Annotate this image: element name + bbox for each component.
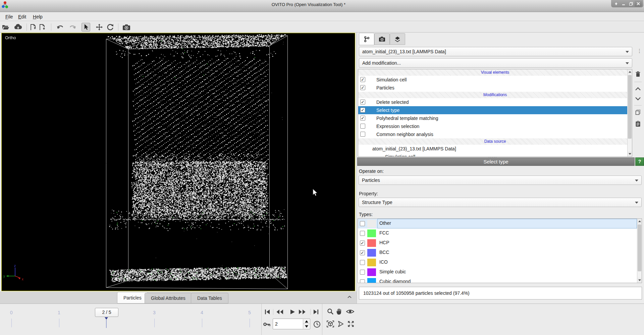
types-scrollbar[interactable] — [637, 219, 642, 283]
checkbox[interactable] — [360, 260, 365, 265]
type-row-simple-cubic[interactable]: Simple cubic — [358, 267, 642, 277]
checkbox[interactable]: ✓ — [360, 241, 365, 246]
scroll-up-icon[interactable] — [638, 220, 641, 222]
maximize-viewport-button[interactable] — [346, 320, 355, 328]
divider — [322, 304, 322, 335]
open-file-icon[interactable] — [1, 23, 10, 31]
tab-data-tables[interactable]: Data Tables — [191, 293, 228, 304]
pan-mode-button[interactable] — [335, 307, 343, 316]
scroll-down-icon[interactable] — [629, 153, 631, 155]
pipeline-item-particles[interactable]: ✓ Particles — [358, 84, 632, 92]
checkbox[interactable] — [360, 221, 365, 226]
checkbox[interactable]: ✓ — [360, 77, 365, 82]
type-row-fcc[interactable]: FCC — [358, 228, 642, 238]
close-button[interactable] — [635, 1, 642, 7]
redo-icon[interactable] — [68, 23, 77, 31]
color-swatch — [367, 220, 376, 227]
expand-inspector-icon[interactable] — [347, 295, 352, 298]
pipeline-item-data-file[interactable]: atom_initial_(23)_13.txt [LAMMPS Data] — [358, 145, 632, 153]
hand-icon — [336, 308, 342, 315]
tab-overlays[interactable] — [390, 33, 405, 45]
tab-particles[interactable]: Particles — [117, 292, 148, 304]
restore-button[interactable] — [627, 1, 635, 7]
type-row-ico[interactable]: ICO — [358, 258, 642, 267]
selection-mode-icon[interactable] — [82, 23, 90, 31]
help-button[interactable]: ? — [635, 157, 644, 166]
operate-on-select[interactable]: Particles — [359, 176, 642, 185]
scrollbar-thumb[interactable] — [638, 224, 641, 271]
checkbox[interactable]: ✓ — [360, 108, 365, 113]
tab-global-attributes[interactable]: Global Attributes — [145, 293, 192, 304]
checkbox[interactable]: ✓ — [360, 99, 365, 105]
spinbox-down-button[interactable] — [303, 324, 310, 329]
type-row-other[interactable]: Other — [358, 219, 642, 228]
type-row-hcp[interactable]: ✓ HCP — [358, 238, 642, 248]
property-select[interactable]: Structure Type — [359, 198, 642, 207]
orbit-look-button[interactable] — [346, 307, 355, 316]
jump-to-end-button[interactable] — [312, 308, 320, 316]
minimize-button[interactable] — [620, 1, 627, 7]
pipeline-item-select-type[interactable]: ✓ Select type — [358, 106, 632, 114]
axis-tripod: z y x — [3, 264, 26, 284]
previous-frame-button[interactable] — [275, 308, 284, 316]
checkbox[interactable] — [360, 231, 365, 236]
zoom-scene-extents-button[interactable] — [326, 320, 335, 328]
viewport-canvas[interactable] — [2, 33, 355, 291]
pipeline-item-common-neighbor-analysis[interactable]: Common neighbor analysis — [358, 130, 632, 138]
undo-icon[interactable] — [56, 23, 65, 31]
menu-edit[interactable]: Edit — [16, 13, 28, 20]
checkbox[interactable]: ✓ — [360, 250, 365, 255]
tab-rendering[interactable] — [374, 33, 390, 45]
checkbox[interactable] — [360, 124, 365, 129]
current-frame-indicator[interactable]: 2 / 5 — [95, 308, 118, 317]
tab-pipeline[interactable] — [359, 33, 374, 45]
checkbox[interactable]: ✓ — [360, 116, 365, 121]
add-modification-select[interactable]: Add modification... — [359, 58, 632, 68]
timeline-tick-label: 4 — [201, 310, 203, 315]
type-row-cubic-diamond[interactable]: Cubic diamond — [358, 277, 642, 283]
menu-help[interactable]: Help — [31, 13, 45, 20]
checkbox[interactable] — [360, 270, 365, 275]
scroll-down-icon[interactable] — [638, 279, 641, 281]
load-state-icon[interactable] — [38, 23, 47, 31]
checkbox[interactable] — [360, 279, 365, 283]
pipeline-menu-icon[interactable]: ⋮ — [637, 48, 642, 54]
copy-pipeline-button[interactable] — [634, 108, 642, 117]
menu-file[interactable]: File — [3, 13, 15, 20]
paste-pipeline-button[interactable] — [634, 119, 642, 128]
viewport-projection-label[interactable]: Ortho — [5, 35, 16, 40]
chevron-up-icon — [635, 87, 641, 91]
viewing-direction-button[interactable] — [336, 320, 345, 328]
shade-button[interactable] — [612, 1, 620, 7]
type-row-bcc[interactable]: ✓ BCC — [358, 248, 642, 258]
animation-settings-button[interactable] — [313, 320, 321, 329]
scroll-up-icon[interactable] — [629, 71, 631, 73]
next-frame-button[interactable] — [298, 308, 307, 316]
jump-to-start-button[interactable] — [263, 308, 272, 316]
zoom-mode-button[interactable] — [326, 307, 335, 316]
move-modifier-down-button[interactable] — [634, 94, 642, 103]
pipeline-item-expression-selection[interactable]: Expression selection — [358, 122, 632, 130]
play-button[interactable] — [288, 308, 297, 316]
save-state-icon[interactable] — [29, 23, 38, 31]
pipeline-scrollbar[interactable] — [627, 69, 632, 156]
delete-modifier-button[interactable] — [634, 70, 642, 78]
rotate-mode-icon[interactable] — [106, 23, 114, 31]
pipeline-source-select[interactable]: atom_initial_(23)_13.txt [LAMMPS Data] — [359, 47, 632, 56]
scrollbar-thumb[interactable] — [628, 75, 632, 139]
pipeline-item-simulation-cell[interactable]: ✓ Simulation cell — [358, 76, 632, 84]
auto-key-button[interactable] — [263, 320, 271, 329]
pipeline-item-polyhedral-template-matching[interactable]: ✓ Polyhedral template matching — [358, 114, 632, 122]
titlebar: OVITO Pro (Open Visualization Tool) * — [0, 0, 644, 12]
key-icon — [263, 322, 271, 327]
move-mode-icon[interactable] — [95, 23, 104, 31]
pipeline-item-delete-selected[interactable]: ✓ Delete selected — [358, 98, 632, 106]
render-camera-icon[interactable] — [122, 23, 131, 31]
spinbox-up-button[interactable] — [303, 319, 310, 324]
viewport-3d[interactable]: Ortho z y x — [1, 33, 355, 291]
checkbox[interactable] — [360, 132, 365, 137]
frame-spinbox-input[interactable] — [275, 320, 301, 328]
checkbox[interactable]: ✓ — [360, 85, 365, 90]
move-modifier-up-button[interactable] — [634, 84, 642, 93]
import-remote-file-icon[interactable] — [14, 23, 22, 31]
